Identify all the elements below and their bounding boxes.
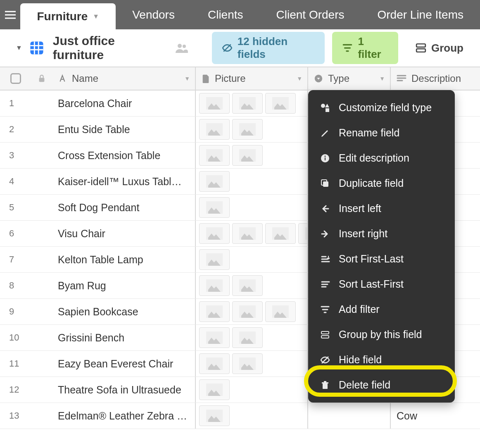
attachment-thumbnail[interactable] xyxy=(232,301,263,322)
menu-item-left[interactable]: Insert left xyxy=(308,196,455,221)
attachment-thumbnail[interactable] xyxy=(232,93,263,114)
cell-name[interactable]: Byam Rug xyxy=(52,273,196,298)
menu-item-pencil[interactable]: Rename field xyxy=(308,120,455,145)
grid-view-icon[interactable] xyxy=(30,41,44,55)
attachment-thumbnail[interactable] xyxy=(265,301,296,322)
row-number[interactable]: 13 xyxy=(0,403,31,429)
cell-picture[interactable] xyxy=(196,273,308,298)
attachment-thumbnail[interactable] xyxy=(232,275,263,296)
menu-item-trash[interactable]: Delete field xyxy=(308,372,455,398)
cell-picture[interactable] xyxy=(196,169,308,194)
attachment-thumbnail[interactable] xyxy=(199,145,230,166)
cell-picture[interactable] xyxy=(196,351,308,377)
attachment-thumbnail[interactable] xyxy=(199,93,230,114)
menu-item-filter[interactable]: Add filter xyxy=(308,297,455,322)
attachment-thumbnail[interactable] xyxy=(232,223,263,244)
row-number[interactable]: 4 xyxy=(0,169,31,194)
cell-picture[interactable] xyxy=(196,299,308,324)
group-button[interactable]: Group xyxy=(406,38,473,58)
chevron-down-icon[interactable]: ▼ xyxy=(297,75,302,82)
attachment-thumbnail[interactable] xyxy=(232,353,263,374)
tab-client-orders[interactable]: Client Orders xyxy=(260,0,361,29)
menu-item-info[interactable]: Edit description xyxy=(308,145,455,171)
menu-item-sort-az[interactable]: Sort First-Last xyxy=(308,246,455,272)
cell-name[interactable]: Kelton Table Lamp xyxy=(52,247,196,272)
cell-name[interactable]: Grissini Bench xyxy=(52,325,196,350)
cell-description[interactable]: Cow xyxy=(391,403,480,429)
row-number[interactable]: 8 xyxy=(0,273,31,298)
menu-item-customize[interactable]: Customize field type xyxy=(308,95,455,120)
column-header-picture[interactable]: Picture ▼ xyxy=(196,67,308,90)
cell-picture[interactable] xyxy=(196,195,308,220)
cell-picture[interactable] xyxy=(196,247,308,272)
tab-furniture[interactable]: Furniture ▼ xyxy=(20,3,116,29)
cell-name[interactable]: Theatre Sofa in Ultrasuede xyxy=(52,377,196,403)
column-header-type[interactable]: Type ▼ xyxy=(308,67,391,90)
attachment-thumbnail[interactable] xyxy=(199,353,230,374)
attachment-thumbnail[interactable] xyxy=(232,145,263,166)
tab-clients[interactable]: Clients xyxy=(191,0,260,29)
cell-picture[interactable] xyxy=(196,91,308,116)
collaborators-icon[interactable] xyxy=(176,43,188,53)
attachment-thumbnail[interactable] xyxy=(265,93,296,114)
row-number[interactable]: 10 xyxy=(0,325,31,350)
row-number[interactable]: 3 xyxy=(0,143,31,168)
row-number[interactable]: 9 xyxy=(0,299,31,324)
attachment-thumbnail[interactable] xyxy=(232,119,263,140)
row-number[interactable]: 11 xyxy=(0,351,31,377)
column-header-description[interactable]: Description xyxy=(391,67,480,90)
row-number[interactable]: 6 xyxy=(0,221,31,246)
view-name[interactable]: Just office furniture xyxy=(53,34,165,62)
chevron-down-icon[interactable]: ▼ xyxy=(184,75,190,82)
attachment-thumbnail[interactable] xyxy=(199,197,230,218)
cell-name[interactable]: Entu Side Table xyxy=(52,117,196,142)
cell-name[interactable]: Barcelona Chair xyxy=(52,91,196,116)
attachment-thumbnail[interactable] xyxy=(265,223,296,244)
table-row[interactable]: 13Edelman® Leather Zebra …Cow xyxy=(0,403,480,429)
attachment-thumbnail[interactable] xyxy=(199,119,230,140)
cell-picture[interactable] xyxy=(196,143,308,168)
cell-picture[interactable] xyxy=(196,325,308,350)
cell-name[interactable]: Soft Dog Pendant xyxy=(52,195,196,220)
view-dropdown-caret[interactable]: ▼ xyxy=(16,44,22,52)
select-all-checkbox[interactable] xyxy=(0,67,31,90)
cell-type[interactable] xyxy=(308,403,391,429)
cell-name[interactable]: Kaiser-idell™ Luxus Tabl… xyxy=(52,169,196,194)
attachment-thumbnail[interactable] xyxy=(298,223,308,244)
chevron-down-icon[interactable]: ▼ xyxy=(379,75,385,82)
filter-button[interactable]: 1 filter xyxy=(332,32,398,64)
cell-picture[interactable] xyxy=(196,117,308,142)
row-number[interactable]: 7 xyxy=(0,247,31,272)
attachment-thumbnail[interactable] xyxy=(199,379,230,400)
menu-item-group[interactable]: Group by this field xyxy=(308,322,455,347)
cell-name[interactable]: Edelman® Leather Zebra … xyxy=(52,403,196,429)
menu-item-sort-za[interactable]: Sort Last-First xyxy=(308,272,455,297)
cell-picture[interactable] xyxy=(196,377,308,403)
menu-icon[interactable] xyxy=(0,0,20,29)
attachment-thumbnail[interactable] xyxy=(199,171,230,192)
cell-picture[interactable] xyxy=(196,403,308,429)
cell-name[interactable]: Cross Extension Table xyxy=(52,143,196,168)
attachment-thumbnail[interactable] xyxy=(199,405,230,426)
row-number[interactable]: 12 xyxy=(0,377,31,403)
cell-name[interactable]: Eazy Bean Everest Chair xyxy=(52,351,196,377)
menu-item-right[interactable]: Insert right xyxy=(308,221,455,246)
row-number[interactable]: 2 xyxy=(0,117,31,142)
attachment-thumbnail[interactable] xyxy=(199,301,230,322)
cell-picture[interactable] xyxy=(196,221,308,246)
hidden-fields-button[interactable]: 12 hidden fields xyxy=(212,32,325,64)
attachment-thumbnail[interactable] xyxy=(232,327,263,348)
cell-name[interactable]: Visu Chair xyxy=(52,221,196,246)
tab-order-line-items[interactable]: Order Line Items xyxy=(361,0,480,29)
column-header-name[interactable]: Name ▼ xyxy=(52,67,196,90)
menu-item-hide[interactable]: Hide field xyxy=(308,347,455,372)
row-number[interactable]: 5 xyxy=(0,195,31,220)
row-number[interactable]: 1 xyxy=(0,91,31,116)
attachment-thumbnail[interactable] xyxy=(199,275,230,296)
attachment-thumbnail[interactable] xyxy=(199,249,230,270)
attachment-thumbnail[interactable] xyxy=(199,327,230,348)
tab-vendors[interactable]: Vendors xyxy=(116,0,191,29)
attachment-thumbnail[interactable] xyxy=(199,223,230,244)
cell-name[interactable]: Sapien Bookcase xyxy=(52,299,196,324)
menu-item-copy[interactable]: Duplicate field xyxy=(308,171,455,196)
